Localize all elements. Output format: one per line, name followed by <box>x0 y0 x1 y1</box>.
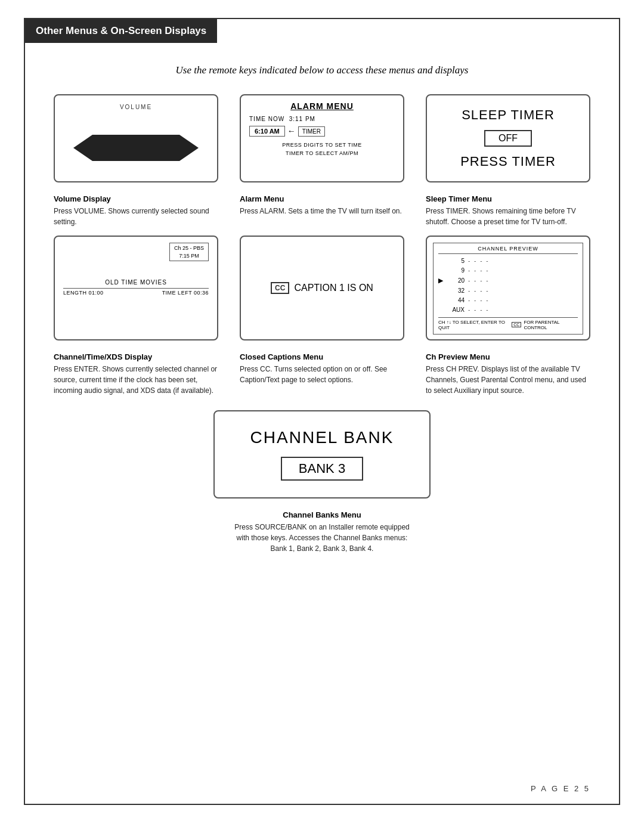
ch-row-aux: AUX - - - - <box>438 305 578 315</box>
preview-cc-icon: CC <box>512 322 521 327</box>
ch-5-dashes: - - - - <box>468 256 490 266</box>
volume-bar-visual <box>63 135 209 161</box>
ch-9-dashes: - - - - <box>468 266 490 275</box>
bank-section-title: Channel Banks Menu <box>233 510 411 519</box>
cc-row: CC CAPTION 1 IS ON <box>271 282 373 294</box>
ch-44-dashes: - - - - <box>468 296 490 305</box>
ch-20-arrow: ▶ <box>438 275 444 286</box>
ch-aux-dashes: - - - - <box>468 305 490 315</box>
channel-preview-box: CHANNEL PREVIEW 5 - - - - 9 - - - - ▶ <box>426 236 590 340</box>
ch-5-num: 5 <box>448 256 465 266</box>
alarm-menu-box: ALARM MENU TIME NOW 3:11 PM 6:10 AM ← TI… <box>240 94 404 182</box>
ch-row-32: 32 - - - - <box>438 286 578 296</box>
ch-32-dashes: - - - - <box>468 286 490 296</box>
mid-display-grid: Ch 25 - PBS 7:15 PM OLD TIME MOVIES LENG… <box>25 236 619 340</box>
ch-row-9: 9 - - - - <box>438 266 578 275</box>
preview-cc-text: FOR PARENTAL CONTROL <box>524 320 578 330</box>
ct-bottom-bar: LENGTH 01:00 TIME LEFT 00:36 <box>63 288 209 296</box>
ct-desc-text: Press ENTER. Shows currently selected ch… <box>54 364 218 396</box>
ch-9-num: 9 <box>448 266 465 275</box>
ct-top-row: Ch 25 - PBS 7:15 PM <box>63 243 209 261</box>
volume-section-title: Volume Display <box>54 194 218 203</box>
ch-20-dashes: - - - - <box>468 276 490 286</box>
top-display-grid: VOLUME ALARM MENU TIME NOW 3:11 PM 6:10 … <box>25 94 619 182</box>
cc-icon: CC <box>271 282 289 294</box>
bank-desc-block: Channel Banks Menu Press SOURCE/BANK on … <box>233 510 411 554</box>
volume-arrow-right-icon <box>179 135 199 161</box>
alarm-section-title: Alarm Menu <box>240 194 404 203</box>
preview-section-title: Ch Preview Menu <box>426 352 590 361</box>
header-bar: Other Menus & On-Screen Displays <box>25 19 217 43</box>
ch-aux-num: AUX <box>448 305 465 315</box>
ch-row-5: 5 - - - - <box>438 256 578 266</box>
closed-captions-box: CC CAPTION 1 IS ON <box>240 236 404 340</box>
alarm-desc-text: Press ALARM. Sets a time the TV will tur… <box>240 206 404 216</box>
bank-desc-section: Channel Banks Menu Press SOURCE/BANK on … <box>25 510 619 554</box>
bank-desc-text: Press SOURCE/BANK on an Installer remote… <box>233 522 411 554</box>
alarm-desc-block: Alarm Menu Press ALARM. Sets a time the … <box>240 194 404 227</box>
cc-desc-text: Press CC. Turns selected option on or of… <box>240 364 404 385</box>
top-desc-section: Volume Display Press VOLUME. Shows curre… <box>25 194 619 227</box>
volume-display-box: VOLUME <box>54 94 218 182</box>
preview-desc-block: Ch Preview Menu Press CH PREV. Displays … <box>426 352 590 396</box>
ch-20-num: 20 <box>448 276 465 286</box>
volume-label: VOLUME <box>120 104 152 110</box>
alarm-instructions: PRESS DIGITS TO SET TIME TIMER TO SELECT… <box>282 141 361 157</box>
sleep-desc-text: Press TIMER. Shows remaining time before… <box>426 206 590 227</box>
page-number: P A G E 2 5 <box>531 784 590 793</box>
channel-bank-section: CHANNEL BANK BANK 3 <box>25 404 619 498</box>
ch-row-20: ▶ 20 - - - - <box>438 275 578 286</box>
ct-desc-block: Channel/Time/XDS Display Press ENTER. Sh… <box>54 352 218 396</box>
sleep-off-box: OFF <box>484 130 532 147</box>
alarm-box-title: ALARM MENU <box>290 101 354 111</box>
ct-program-name: OLD TIME MOVIES <box>63 279 209 286</box>
channel-bank-box: CHANNEL BANK BANK 3 <box>213 410 431 498</box>
bank-number-box: BANK 3 <box>281 457 363 481</box>
sleep-timer-box: SLEEP TIMER OFF PRESS TIMER <box>426 94 590 182</box>
page-title: Other Menus & On-Screen Displays <box>36 25 206 36</box>
cc-desc-block: Closed Captions Menu Press CC. Turns sel… <box>240 352 404 396</box>
intro-text: Use the remote keys indicated below to a… <box>25 64 619 76</box>
ct-channel-info: Ch 25 - PBS 7:15 PM <box>169 243 209 261</box>
caption-text: CAPTION 1 IS ON <box>294 283 373 293</box>
volume-arrow-left-icon <box>73 135 92 161</box>
alarm-timer-box: TIMER <box>298 126 325 137</box>
sleep-timer-title: SLEEP TIMER <box>462 107 555 123</box>
alarm-time-box: 6:10 AM <box>249 126 285 137</box>
alarm-arrow-icon: ← <box>287 126 296 136</box>
alarm-time-now: TIME NOW 3:11 PM <box>249 116 315 122</box>
preview-bottom: CH ↑↓ TO SELECT, ENTER TO QUIT CC FOR PA… <box>438 317 578 330</box>
bank-title: CHANNEL BANK <box>250 428 394 447</box>
preview-inner: CHANNEL PREVIEW 5 - - - - 9 - - - - ▶ <box>433 243 583 335</box>
channel-time-box: Ch 25 - PBS 7:15 PM OLD TIME MOVIES LENG… <box>54 236 218 340</box>
preview-title: CHANNEL PREVIEW <box>438 246 578 254</box>
cc-section-title: Closed Captions Menu <box>240 352 404 361</box>
page-container: Other Menus & On-Screen Displays Use the… <box>24 18 620 805</box>
sleep-section-title: Sleep Timer Menu <box>426 194 590 203</box>
ch-row-44: 44 - - - - <box>438 296 578 305</box>
volume-desc-text: Press VOLUME. Shows currently selected s… <box>54 206 218 227</box>
alarm-time-row: 6:10 AM ← TIMER <box>249 126 325 137</box>
preview-nav-text: CH ↑↓ TO SELECT, ENTER TO QUIT <box>438 320 509 330</box>
sleep-desc-block: Sleep Timer Menu Press TIMER. Shows rema… <box>426 194 590 227</box>
preview-channel-list: 5 - - - - 9 - - - - ▶ 20 - - - - <box>438 256 578 315</box>
sleep-press-timer: PRESS TIMER <box>460 154 556 169</box>
volume-desc-block: Volume Display Press VOLUME. Shows curre… <box>54 194 218 227</box>
mid-desc-section: Channel/Time/XDS Display Press ENTER. Sh… <box>25 352 619 396</box>
ct-section-title: Channel/Time/XDS Display <box>54 352 218 361</box>
ch-44-num: 44 <box>448 296 465 305</box>
ch-32-num: 32 <box>448 286 465 296</box>
preview-desc-text: Press CH PREV. Displays list of the avai… <box>426 364 590 396</box>
volume-bar <box>92 135 179 161</box>
